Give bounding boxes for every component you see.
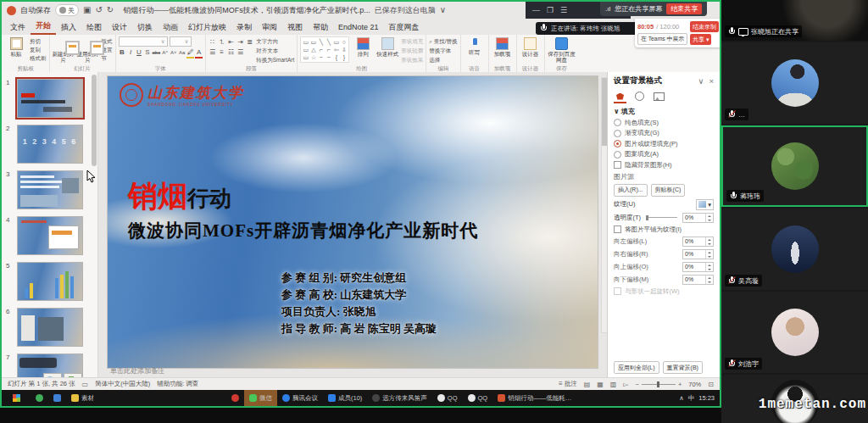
ppt-share-button[interactable]: 共享 ▾ bbox=[690, 34, 711, 45]
shape-outline-button[interactable]: 形状轮廓 bbox=[401, 47, 423, 55]
tab-record[interactable]: 录制 bbox=[231, 20, 257, 35]
align-text-button[interactable]: 对齐文本 bbox=[256, 47, 294, 55]
shapes-gallery[interactable]: ▭▭ ╲╲ ▭○ ▭△ ⌐⌐ ⇦⇩ ▭☆ ~~ {} bbox=[300, 36, 349, 63]
section-button[interactable]: 节 bbox=[102, 55, 113, 63]
option-hide-background[interactable]: 隐藏背景图形(H) bbox=[614, 161, 714, 170]
slide-sorter-view-icon[interactable]: ▦ bbox=[597, 381, 604, 388]
apply-to-all-button[interactable]: 应用到全部(L) bbox=[614, 361, 659, 374]
tab-home[interactable]: 开始 bbox=[31, 19, 56, 35]
slideshow-view-icon[interactable]: ▻ bbox=[623, 381, 628, 388]
slide-editor[interactable]: 山东建筑大学 SHANDONG JIANZHU UNIVERSITY 销烟行动 … bbox=[108, 76, 598, 368]
saved-status[interactable]: 已保存到这台电脑 bbox=[375, 5, 436, 16]
italic-button[interactable]: I bbox=[127, 48, 135, 58]
minimize-icon[interactable]: — bbox=[532, 6, 540, 14]
notes-placeholder[interactable]: 单击此处添加备注 bbox=[110, 366, 164, 376]
paste-button[interactable]: 粘贴 bbox=[5, 36, 27, 57]
slide-thumbnail-1[interactable] bbox=[17, 79, 83, 118]
font-color-button[interactable]: A bbox=[195, 48, 203, 58]
redo-icon[interactable]: ↻ bbox=[107, 6, 114, 14]
end-record-button[interactable]: 结束录制 bbox=[690, 21, 719, 32]
text-direction-button[interactable]: 文字方向 bbox=[256, 38, 294, 46]
autosave-toggle[interactable]: 关 bbox=[55, 4, 79, 16]
clipboard-picture-button[interactable]: 剪贴板(C) bbox=[651, 184, 686, 197]
text-shadow-button[interactable]: S bbox=[144, 48, 152, 58]
reading-view-icon[interactable]: ▥ bbox=[610, 381, 617, 388]
offset-left-input[interactable]: 0% bbox=[682, 237, 714, 247]
line-spacing-icon[interactable]: ≣ bbox=[246, 38, 253, 47]
participant-tile-jiangweiwei[interactable]: 蒋玮玮 bbox=[721, 125, 868, 207]
save-to-baidu-button[interactable]: 保存到百度网盘 bbox=[548, 36, 576, 63]
transparency-stepper[interactable] bbox=[705, 214, 713, 222]
transparency-input[interactable]: 0% bbox=[682, 213, 714, 223]
select-button[interactable]: 选择 bbox=[429, 57, 457, 64]
comments-button[interactable]: ≡ 批注 bbox=[559, 380, 577, 388]
insert-picture-button[interactable]: 插入(R)... bbox=[614, 184, 648, 197]
bullets-icon[interactable]: ∷ bbox=[209, 38, 216, 47]
arrange-button[interactable]: 排列 bbox=[352, 36, 374, 57]
replace-font-button[interactable]: 替换字体 bbox=[429, 47, 457, 55]
tab-transitions[interactable]: 切换 bbox=[132, 20, 158, 35]
zoom-slider[interactable]: −+ bbox=[636, 381, 682, 388]
tab-animations[interactable]: 动画 bbox=[158, 20, 183, 35]
taskbar-tencent-meeting[interactable]: 腾讯会议 bbox=[277, 390, 323, 406]
tray-clock[interactable]: 15:23 bbox=[698, 394, 715, 402]
tab-review[interactable]: 审阅 bbox=[257, 20, 282, 35]
tab-draw[interactable]: 绘图 bbox=[81, 20, 107, 35]
transparency-slider[interactable] bbox=[646, 217, 677, 218]
taskbar-folder[interactable]: 素材 bbox=[66, 390, 99, 406]
maximize-icon[interactable]: ❐ bbox=[547, 6, 554, 14]
taskbar-music[interactable]: 远方传来风笛声 bbox=[367, 390, 432, 406]
panel-chevron-down-icon[interactable]: ∨ bbox=[698, 76, 704, 86]
shape-effects-button[interactable]: 形状效果 bbox=[401, 57, 423, 64]
accessibility-status[interactable]: 辅助功能: 调查 bbox=[157, 380, 198, 388]
offset-right-input[interactable]: 0% bbox=[682, 249, 714, 259]
cut-button[interactable]: 剪切 bbox=[30, 38, 47, 46]
align-left-icon[interactable]: ☰ bbox=[209, 48, 216, 57]
slide-thumbnail-2[interactable]: 1 2 3 4 5 6 bbox=[17, 125, 83, 164]
tab-design[interactable]: 设计 bbox=[107, 20, 132, 35]
start-button[interactable] bbox=[2, 390, 31, 406]
new-slide-button[interactable]: 新建幻灯片 bbox=[53, 36, 75, 63]
participant-tile-2[interactable]: … bbox=[721, 42, 868, 124]
fill-tab-icon[interactable] bbox=[614, 91, 626, 103]
dictate-button[interactable]: 听写 bbox=[464, 36, 486, 55]
menu-icon[interactable]: ☰ bbox=[560, 6, 567, 14]
fill-section-chevron[interactable]: ∨ bbox=[614, 108, 620, 115]
slide-thumbnail-7[interactable] bbox=[17, 353, 83, 378]
picture-tab-icon[interactable] bbox=[653, 91, 665, 103]
designer-button[interactable]: 设计器 bbox=[520, 36, 542, 57]
taskbar-qq-1[interactable]: QQ bbox=[432, 390, 463, 406]
copy-button[interactable]: 复制 bbox=[30, 47, 47, 54]
taskbar-wechat[interactable]: 微信 bbox=[244, 390, 277, 406]
zoom-level[interactable]: 70% bbox=[688, 381, 701, 388]
participant-tile-liuhaoyu[interactable]: 刘浩宇 bbox=[721, 292, 868, 373]
grow-font-button[interactable]: A^ bbox=[161, 48, 169, 58]
option-gradient-fill[interactable]: 渐变填充(G) bbox=[614, 129, 714, 137]
bold-button[interactable]: B bbox=[119, 48, 126, 58]
language-status[interactable]: 简体中文(中国大陆) bbox=[95, 380, 150, 388]
tab-view[interactable]: 视图 bbox=[282, 20, 308, 35]
option-solid-fill[interactable]: 纯色填充(S) bbox=[614, 119, 714, 127]
highlight-color-button[interactable]: 🖉 bbox=[186, 48, 194, 58]
convert-smartart-button[interactable]: 转换为SmartArt bbox=[256, 57, 294, 64]
slide-thumbnail-6[interactable] bbox=[17, 308, 83, 347]
fit-to-window-icon[interactable]: ⊡ bbox=[708, 381, 714, 388]
find-replace-button[interactable]: ⌕ 查找/替换 bbox=[429, 38, 457, 46]
outdent-icon[interactable]: ⇤ bbox=[227, 38, 235, 47]
underline-button[interactable]: U bbox=[136, 48, 143, 58]
change-case-button[interactable]: Aa bbox=[178, 48, 186, 58]
offset-top-input[interactable]: 0% bbox=[682, 262, 714, 272]
slide-thumbnail-3[interactable] bbox=[17, 170, 83, 209]
tab-endnote[interactable]: EndNote 21 bbox=[333, 20, 384, 35]
option-picture-fill[interactable]: 图片或纹理填充(P) bbox=[614, 140, 714, 148]
shape-fill-button[interactable]: 形状填充 bbox=[401, 38, 423, 46]
taskbar-qq-2[interactable]: QQ bbox=[463, 390, 493, 406]
undo-icon[interactable]: ↺ bbox=[95, 6, 102, 14]
shrink-font-button[interactable]: A˅ bbox=[170, 48, 177, 58]
tray-caret-up-icon[interactable]: ∧ bbox=[679, 394, 684, 402]
chevron-down-icon[interactable]: ∨ bbox=[440, 6, 446, 14]
taskbar-members[interactable]: 成员(10) bbox=[323, 390, 367, 406]
save-icon[interactable]: ▣ bbox=[83, 6, 91, 14]
taskbar-app-3[interactable] bbox=[226, 390, 244, 406]
justify-icon[interactable]: ☰ bbox=[236, 48, 244, 57]
